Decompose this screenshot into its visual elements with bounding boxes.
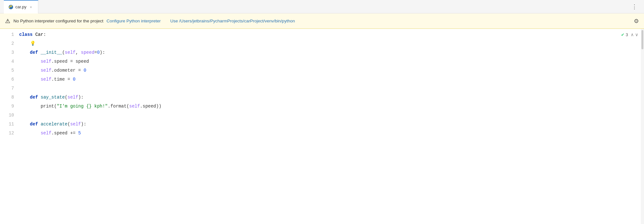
banner-message: No Python interpreter configured for the…: [13, 19, 103, 23]
line-numbers: 1 2 3 4 5 6 7 8 9 10 11 12: [0, 29, 18, 224]
code-line-5: self.odometer = 0: [18, 66, 615, 75]
editor-area: 1 2 3 4 5 6 7 8 9 10 11 12 class Car: 💡 …: [0, 29, 644, 224]
check-icon: ✔: [621, 32, 625, 37]
scrollbar[interactable]: [641, 29, 644, 224]
code-line-6: self.time = 0: [18, 75, 615, 84]
tab-bar-right: ⋮: [629, 2, 640, 12]
code-line-9: print("I'm going {} kph!".format(self.sp…: [18, 102, 615, 111]
code-editor[interactable]: class Car: 💡 def __init__(self, speed=0)…: [18, 29, 615, 224]
warning-icon: ⚠: [5, 18, 10, 25]
tab-close-button[interactable]: ×: [28, 4, 34, 10]
check-count: 3: [626, 32, 628, 37]
python-file-icon: [8, 4, 13, 10]
code-line-12: self.speed += 5: [18, 129, 615, 138]
tab-filename: car.py: [15, 4, 27, 9]
nav-arrows: ∧ ∨: [631, 32, 638, 37]
tab-list: car.py ×: [4, 0, 38, 13]
code-line-2: 💡: [18, 39, 615, 48]
tab-car-py[interactable]: car.py ×: [4, 0, 38, 13]
code-line-7: [18, 84, 615, 93]
checks-toolbar: ✔ 3 ∧ ∨: [615, 30, 641, 39]
code-line-3: def __init__(self, speed=0):: [18, 48, 615, 57]
tab-bar: car.py × ⋮: [0, 0, 644, 13]
nav-up-arrow[interactable]: ∧: [631, 32, 634, 37]
code-line-8: def say_state(self):: [18, 93, 615, 102]
code-line-1: class Car:: [18, 30, 615, 39]
kebab-menu-button[interactable]: ⋮: [629, 2, 640, 12]
warning-banner: ⚠ No Python interpreter configured for t…: [0, 13, 644, 29]
use-interpreter-link[interactable]: Use /Users/jetbrains/PycharmProjects/car…: [170, 19, 295, 23]
settings-icon-button[interactable]: ⚙: [634, 18, 639, 25]
scrollbar-thumb[interactable]: [641, 30, 643, 49]
code-line-4: self.speed = speed: [18, 57, 615, 66]
right-gutter: ✔ 3 ∧ ∨: [615, 29, 641, 224]
nav-down-arrow[interactable]: ∨: [635, 32, 638, 37]
configure-interpreter-link[interactable]: Configure Python interpreter: [106, 19, 161, 23]
code-line-11: def accelerate(self):: [18, 120, 615, 129]
code-line-10: [18, 111, 615, 120]
